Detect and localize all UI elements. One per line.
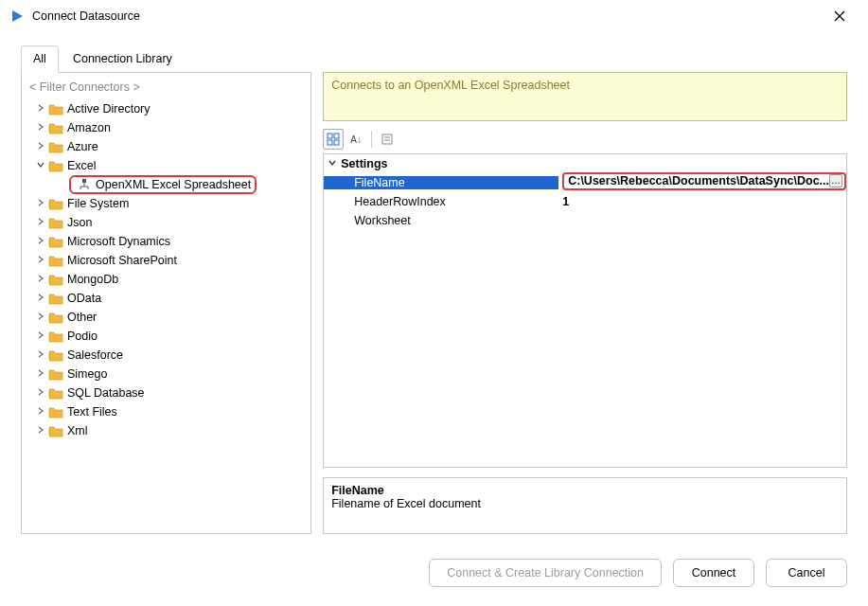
- property-description-box: FileName Filename of Excel document: [323, 477, 847, 534]
- folder-icon: [48, 291, 63, 306]
- folder-icon: [48, 329, 63, 344]
- tree-folder-label: OData: [67, 289, 101, 308]
- property-value[interactable]: 1: [558, 195, 846, 208]
- tree-folder-label: MongoDb: [67, 270, 118, 289]
- property-label: HeaderRowIndex: [324, 195, 558, 208]
- dialog-button-row: Connect & Create Library Connection Conn…: [429, 559, 847, 587]
- property-label: FileName: [324, 176, 558, 189]
- folder-icon: [48, 215, 63, 230]
- toolbar-separator: [371, 131, 372, 148]
- chevron-down-icon[interactable]: [33, 156, 48, 175]
- svg-rect-9: [334, 134, 339, 138]
- tree-folder-label: Text Files: [67, 402, 117, 421]
- svg-rect-10: [328, 140, 332, 145]
- connector-tree[interactable]: Active DirectoryAmazonAzureExcelOpenXML …: [27, 99, 307, 440]
- tree-folder-salesforce[interactable]: Salesforce: [27, 346, 307, 365]
- connect-create-library-button[interactable]: Connect & Create Library Connection: [429, 559, 662, 587]
- folder-icon: [48, 348, 63, 363]
- tree-folder-odata[interactable]: OData: [27, 289, 307, 308]
- property-value-filename[interactable]: C:\Users\Rebecca\Documents\DataSync\Doc.…: [558, 172, 846, 193]
- folder-icon: [48, 101, 63, 116]
- chevron-right-icon[interactable]: [33, 383, 48, 402]
- categorized-view-button[interactable]: [323, 129, 344, 150]
- chevron-right-icon[interactable]: [33, 270, 48, 289]
- tree-folder-mongodb[interactable]: MongoDb: [27, 270, 307, 289]
- tree-folder-json[interactable]: Json: [27, 213, 307, 232]
- browse-ellipsis-button[interactable]: …: [829, 174, 842, 187]
- chevron-right-icon[interactable]: [33, 308, 48, 327]
- chevron-right-icon[interactable]: [33, 232, 48, 251]
- svg-rect-8: [328, 134, 332, 138]
- tab-all[interactable]: All: [21, 45, 59, 73]
- window-close-button[interactable]: [819, 2, 860, 30]
- tree-folder-simego[interactable]: Simego: [27, 365, 307, 383]
- folder-icon: [48, 404, 63, 419]
- tree-folder-text-files[interactable]: Text Files: [27, 402, 307, 421]
- property-description-body: Filename of Excel document: [331, 497, 839, 510]
- tree-item-openxml-excel-spreadsheet[interactable]: OpenXML Excel Spreadsheet: [27, 175, 307, 194]
- tree-folder-label: Amazon: [67, 118, 111, 137]
- tree-folder-label: Other: [67, 308, 97, 327]
- tree-folder-label: Podio: [67, 327, 97, 346]
- tree-folder-xml[interactable]: Xml: [27, 421, 307, 440]
- connector-tree-panel: < Filter Connectors > Active DirectoryAm…: [21, 72, 311, 534]
- connect-button[interactable]: Connect: [673, 559, 754, 587]
- chevron-right-icon[interactable]: [33, 289, 48, 308]
- property-pages-button[interactable]: [377, 129, 398, 150]
- folder-icon: [48, 196, 63, 211]
- cancel-button[interactable]: Cancel: [766, 559, 847, 587]
- categorized-icon: [327, 133, 340, 146]
- settings-group-header[interactable]: Settings: [324, 154, 846, 173]
- tree-folder-azure[interactable]: Azure: [27, 137, 307, 156]
- chevron-right-icon[interactable]: [33, 213, 48, 232]
- tree-folder-amazon[interactable]: Amazon: [27, 118, 307, 137]
- chevron-right-icon[interactable]: [33, 421, 48, 440]
- property-row-headerrowindex[interactable]: HeaderRowIndex 1: [324, 192, 846, 211]
- folder-icon: [48, 139, 63, 154]
- tab-connection-library[interactable]: Connection Library: [61, 45, 185, 73]
- tree-folder-file-system[interactable]: File System: [27, 194, 307, 213]
- property-row-filename[interactable]: FileName C:\Users\Rebecca\Documents\Data…: [324, 173, 846, 192]
- svg-rect-3: [82, 179, 86, 183]
- property-toolbar: A↓: [323, 127, 847, 153]
- property-row-worksheet[interactable]: Worksheet: [324, 211, 846, 230]
- chevron-right-icon[interactable]: [33, 346, 48, 365]
- chevron-right-icon[interactable]: [33, 194, 48, 213]
- chevron-right-icon[interactable]: [33, 251, 48, 270]
- tree-folder-other[interactable]: Other: [27, 308, 307, 327]
- window-title: Connect Datasource: [32, 9, 819, 23]
- titlebar: Connect Datasource: [0, 0, 868, 32]
- chevron-right-icon[interactable]: [33, 137, 48, 156]
- svg-marker-0: [12, 10, 23, 22]
- folder-icon: [48, 253, 63, 268]
- chevron-right-icon[interactable]: [33, 365, 48, 383]
- connector-description-banner: Connects to an OpenXML Excel Spreadsheet: [323, 72, 847, 121]
- property-description-title: FileName: [331, 484, 839, 497]
- filter-connectors-input[interactable]: < Filter Connectors >: [27, 79, 307, 99]
- tree-folder-excel[interactable]: Excel: [27, 156, 307, 175]
- tree-folder-label: File System: [67, 194, 129, 213]
- tree-folder-sql-database[interactable]: SQL Database: [27, 383, 307, 402]
- tree-folder-label: Salesforce: [67, 346, 123, 365]
- chevron-down-icon: [328, 157, 341, 170]
- tree-folder-label: Azure: [67, 137, 98, 156]
- chevron-right-icon[interactable]: [33, 402, 48, 421]
- property-label: Worksheet: [324, 214, 558, 227]
- chevron-right-icon[interactable]: [33, 327, 48, 346]
- alphabetical-view-button[interactable]: A↓: [345, 129, 366, 150]
- connector-icon: [77, 177, 92, 192]
- tree-item-label: OpenXML Excel Spreadsheet: [96, 175, 251, 194]
- tree-folder-label: Active Directory: [67, 99, 151, 118]
- tree-folder-microsoft-sharepoint[interactable]: Microsoft SharePoint: [27, 251, 307, 270]
- chevron-right-icon[interactable]: [33, 99, 48, 118]
- settings-property-grid: Settings FileName C:\Users\Rebecca\Docum…: [323, 153, 847, 468]
- folder-icon: [48, 120, 63, 135]
- property-page-icon: [381, 133, 394, 146]
- tree-folder-active-directory[interactable]: Active Directory: [27, 99, 307, 118]
- close-icon: [834, 10, 845, 22]
- folder-icon: [48, 158, 63, 173]
- folder-icon: [48, 385, 63, 401]
- chevron-right-icon[interactable]: [33, 118, 48, 137]
- tree-folder-microsoft-dynamics[interactable]: Microsoft Dynamics: [27, 232, 307, 251]
- tree-folder-podio[interactable]: Podio: [27, 327, 307, 346]
